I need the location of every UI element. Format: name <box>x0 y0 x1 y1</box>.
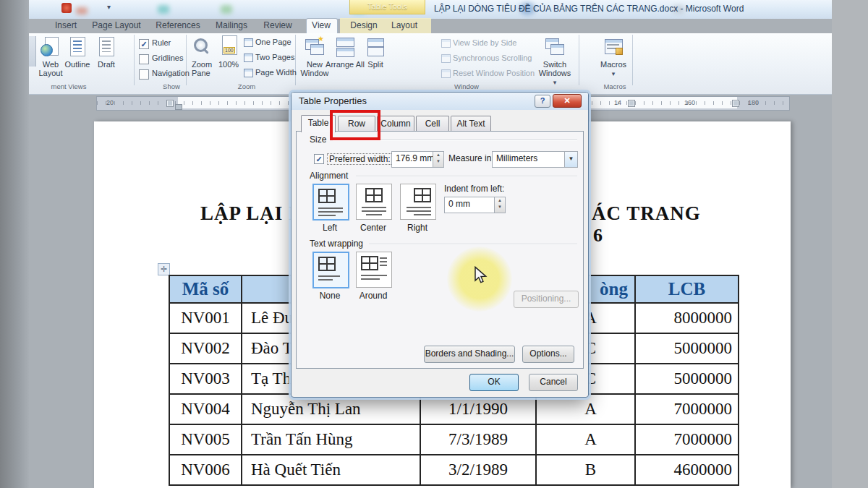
split-icon[interactable] <box>365 36 386 58</box>
window-title: LẬP LẠI DÒNG TIÊU ĐỀ CỦA BẢNG TRÊN CÁC T… <box>434 4 744 14</box>
ruler-number-140: 14 <box>614 99 621 106</box>
tab-view[interactable]: View <box>312 20 331 30</box>
group-separator <box>632 35 633 85</box>
dialog-title: Table Properties <box>299 95 367 106</box>
quick-access-icon[interactable] <box>61 3 72 13</box>
document-title-left-fragment: LẬP LẠI D <box>200 202 304 225</box>
macros-button[interactable]: Macros ▾ <box>595 60 632 78</box>
gridlines-checkbox-label[interactable]: Gridlines <box>152 53 183 62</box>
borders-and-shading-button[interactable]: Borders and Shading... <box>424 346 515 363</box>
size-group-label: Size <box>310 134 326 145</box>
dialog-tab-cell[interactable]: Cell <box>416 116 449 132</box>
one-page-icon[interactable] <box>244 38 253 47</box>
wrap-none-option[interactable] <box>312 252 349 288</box>
one-page-button[interactable]: One Page <box>255 38 292 46</box>
two-pages-button[interactable]: Two Pages <box>255 53 294 61</box>
ruler-checkbox[interactable]: ✓ <box>139 39 149 49</box>
switch-windows-button[interactable]: Switch Windows ▾ <box>534 60 576 87</box>
ruler-number-20: 20 <box>106 99 114 106</box>
preferred-width-input[interactable]: 176.9 mm ▲▼ <box>391 151 444 168</box>
ok-button[interactable]: OK <box>469 374 519 391</box>
zoom-100-button[interactable]: 100% <box>213 60 244 69</box>
table-move-handle-icon[interactable]: ✛ <box>158 263 170 275</box>
tab-design[interactable]: Design <box>350 20 377 30</box>
preferred-width-label: Preferred width: <box>327 153 393 165</box>
preferred-width-checkbox[interactable]: ✓ <box>314 154 324 164</box>
tab-review[interactable]: Review <box>263 20 292 30</box>
view-side-by-side-button[interactable]: View Side by Side <box>453 38 516 47</box>
indent-from-left-input[interactable]: 0 mm ▲▼ <box>444 197 506 213</box>
group-label-macros: Macros <box>603 82 626 90</box>
two-pages-icon[interactable] <box>244 53 253 62</box>
tab-insert[interactable]: Insert <box>55 20 77 30</box>
tab-mailings[interactable]: Mailings <box>216 20 247 30</box>
page-width-button[interactable]: Page Width <box>255 68 297 77</box>
quick-access-blob <box>76 7 88 14</box>
group-label-window: Window <box>454 82 479 90</box>
align-right-option[interactable] <box>400 184 436 220</box>
draft-icon[interactable] <box>95 36 117 58</box>
align-left-option[interactable] <box>312 184 349 221</box>
group-separator <box>134 35 135 85</box>
ghost-icon-1 <box>158 5 169 14</box>
draft-button[interactable]: Draft <box>87 60 126 69</box>
dialog-help-button[interactable]: ? <box>535 95 550 108</box>
zoom-icon[interactable] <box>191 36 213 58</box>
dialog-tab-alt-text[interactable]: Alt Text <box>451 116 491 132</box>
tab-page-layout[interactable]: Page Layout <box>92 20 140 30</box>
mouse-cursor-icon <box>474 266 488 283</box>
view-side-by-side-icon <box>441 39 451 48</box>
new-window-icon[interactable]: ★ <box>304 36 326 58</box>
indent-spinner[interactable]: ▲▼ <box>494 197 505 213</box>
tab-layout[interactable]: Layout <box>391 20 417 30</box>
group-label-zoom: Zoom <box>238 82 255 90</box>
page-width-icon[interactable] <box>244 69 253 77</box>
arrange-all-icon[interactable] <box>334 36 356 58</box>
cancel-button[interactable]: Cancel <box>529 374 578 391</box>
align-center-option[interactable] <box>356 184 392 220</box>
ribbon: Web Layout Outline Draft ment Views ✓ Ru… <box>29 33 832 95</box>
document-subtitle-fragment: 6 <box>593 225 603 247</box>
indent-marker[interactable] <box>175 104 182 110</box>
text-wrapping-group-label: Text wrapping <box>310 239 363 249</box>
gridlines-checkbox[interactable] <box>139 54 149 64</box>
dialog-titlebar[interactable]: Table Properties ? ✕ <box>292 93 588 110</box>
tab-references[interactable]: References <box>156 20 200 30</box>
macros-icon[interactable] <box>603 36 624 58</box>
row-tab-highlight-annotation <box>330 110 380 140</box>
measure-in-select[interactable]: Millimeters ▼ <box>492 151 578 168</box>
ruler-checkbox-label[interactable]: Ruler <box>152 38 171 47</box>
dialog-tab-column[interactable]: Column <box>377 116 414 132</box>
ruler-column-marker[interactable] <box>732 100 739 107</box>
reset-window-position-button[interactable]: Reset Window Position <box>453 69 535 77</box>
wrap-around-option[interactable] <box>356 252 392 288</box>
dialog-tab-panel: Size ✓ Preferred width: 176.9 mm ▲▼ Meas… <box>296 131 584 369</box>
reset-window-position-icon <box>441 69 451 78</box>
options-button[interactable]: Options... <box>522 346 574 363</box>
outline-icon[interactable] <box>67 36 88 58</box>
group-label-document-views: ment Views <box>51 82 87 90</box>
wrap-around-label: Around <box>356 291 391 301</box>
background-band-right <box>832 0 868 488</box>
zoom-100-icon[interactable]: 100 <box>218 35 240 57</box>
screenshot-stage: ▾ LẬP LẠI DÒNG TIÊU ĐỀ CỦA BẢNG TRÊN CÁC… <box>0 0 868 488</box>
synchronous-scrolling-button[interactable]: Synchronous Scrolling <box>453 53 532 62</box>
header-ma-so: Mã số <box>169 275 242 303</box>
header-lcb: LCB <box>635 275 739 303</box>
alignment-group-label: Alignment <box>310 171 348 181</box>
switch-windows-icon[interactable] <box>544 36 566 58</box>
dialog-close-button[interactable]: ✕ <box>553 94 582 108</box>
web-layout-icon[interactable] <box>40 36 61 58</box>
table-row: NV005 Trần Tấn Hùng 7/3/1989 A 7000000 <box>169 424 739 455</box>
measure-in-label: Measure in: <box>448 153 494 163</box>
positioning-button[interactable]: Positioning... <box>514 291 579 308</box>
document-title-right-fragment: ÁC TRANG <box>592 202 701 225</box>
ruler-column-marker[interactable] <box>166 100 174 107</box>
navigation-pane-checkbox-label[interactable]: Navigation Pane <box>152 69 210 77</box>
quick-access-dropdown-icon[interactable]: ▾ <box>107 3 111 11</box>
measure-in-dropdown-icon[interactable]: ▼ <box>564 152 577 167</box>
navigation-pane-checkbox[interactable] <box>139 69 149 80</box>
ruler-column-marker[interactable] <box>628 100 635 107</box>
split-button[interactable]: Split <box>358 60 393 69</box>
preferred-width-spinner[interactable]: ▲▼ <box>433 152 443 167</box>
